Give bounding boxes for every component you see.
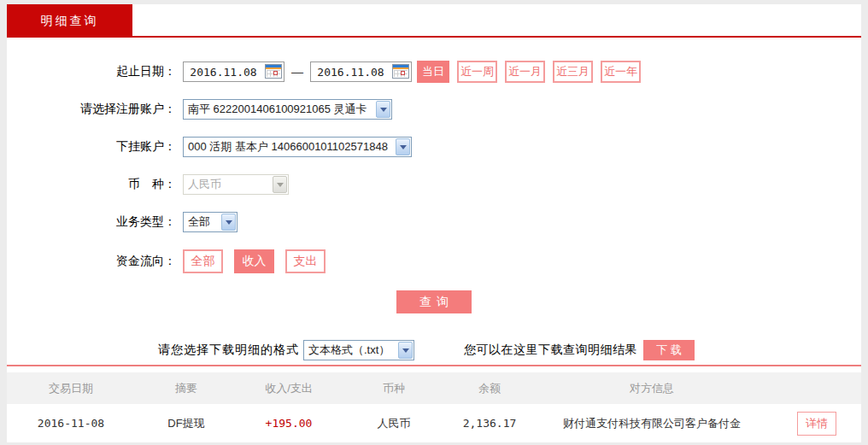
date-separator: — — [291, 65, 303, 79]
currency-value: 人民币 — [188, 177, 221, 192]
register-account-value: 南平 6222001406100921065 灵通卡 — [188, 102, 367, 117]
download-format-select[interactable]: 文本格式（.txt） — [303, 340, 414, 360]
header-summary: 摘要 — [135, 381, 238, 396]
quick-range-month-button[interactable]: 近一月 — [505, 61, 545, 83]
detail-button[interactable]: 详情 — [797, 412, 836, 436]
business-type-row: 业务类型： 全部 — [7, 212, 861, 232]
business-type-value: 全部 — [188, 214, 210, 230]
chevron-down-icon — [221, 214, 236, 231]
chevron-down-icon — [398, 342, 413, 359]
business-type-select[interactable]: 全部 — [183, 212, 238, 232]
chevron-down-icon — [273, 176, 287, 193]
currency-select: 人民币 — [183, 174, 289, 195]
table-row: 2016-11-08 DF提现 +195.00 人民币 2,136.17 财付通… — [7, 404, 861, 442]
chevron-down-icon — [396, 138, 410, 155]
cell-currency: 人民币 — [340, 416, 448, 431]
sub-account-value: 000 活期 基本户 1406600101102571848 — [188, 139, 388, 155]
download-format-value: 文本格式（.txt） — [308, 343, 390, 358]
cell-date: 2016-11-08 — [7, 417, 135, 430]
currency-row: 币 种： 人民币 — [7, 174, 861, 195]
date-range-row: 起止日期： — 当日 近一周 近一月 近三月 近一年 — [7, 61, 861, 82]
business-type-label: 业务类型： — [7, 214, 183, 230]
cell-actions: 详情 — [772, 412, 861, 436]
date-range-label: 起止日期： — [7, 64, 183, 79]
currency-label: 币 种： — [7, 177, 183, 192]
calendar-icon[interactable] — [265, 64, 282, 79]
tab-detail-query[interactable]: 明细查询 — [7, 4, 132, 38]
register-account-label: 请选择注册账户： — [7, 102, 183, 117]
cell-summary: DF提现 — [135, 416, 238, 431]
quick-range-year-button[interactable]: 近一年 — [601, 61, 641, 83]
tab-bar: 明细查询 — [7, 4, 861, 38]
register-account-row: 请选择注册账户： 南平 6222001406100921065 灵通卡 — [7, 99, 861, 120]
table-header: 交易日期 摘要 收入/支出 币种 余额 对方信息 — [7, 372, 861, 404]
quick-range-quarter-button[interactable]: 近三月 — [553, 61, 593, 83]
cell-balance: 2,136.17 — [448, 417, 531, 430]
header-balance: 余额 — [448, 381, 531, 396]
sub-account-select[interactable]: 000 活期 基本户 1406600101102571848 — [183, 137, 412, 157]
fund-flow-label: 资金流向： — [7, 254, 183, 269]
start-date-field — [183, 61, 284, 82]
header-date: 交易日期 — [7, 381, 135, 396]
download-hint: 您可以在这里下载查询明细结果 — [464, 343, 637, 358]
quick-range-week-button[interactable]: 近一周 — [457, 61, 497, 83]
quick-range-today-button[interactable]: 当日 — [417, 61, 449, 83]
sub-account-label: 下挂账户： — [7, 139, 183, 155]
chevron-down-icon — [376, 101, 390, 118]
download-row: 请您选择下载明细的格式 文本格式（.txt） 您可以在这里下载查询明细结果 下载 — [7, 340, 861, 360]
fund-flow-all-button[interactable]: 全部 — [183, 249, 223, 273]
header-currency: 币种 — [340, 381, 448, 396]
sub-account-row: 下挂账户： 000 活期 基本户 1406600101102571848 — [7, 137, 861, 157]
calendar-icon[interactable] — [392, 64, 409, 79]
cell-amount: +195.00 — [238, 417, 340, 430]
query-button[interactable]: 查询 — [396, 290, 472, 313]
main-panel: 明细查询 起止日期： — 当日 近一周 近一月 — [7, 4, 861, 442]
fund-flow-expense-button[interactable]: 支出 — [285, 249, 326, 273]
fund-flow-income-button[interactable]: 收入 — [234, 249, 274, 273]
end-date-field — [310, 61, 412, 82]
register-account-select[interactable]: 南平 6222001406100921065 灵通卡 — [183, 99, 392, 120]
cell-counterparty: 财付通支付科技有限公司客户备付金 — [531, 416, 772, 431]
download-button[interactable]: 下载 — [643, 340, 695, 360]
header-counterparty: 对方信息 — [531, 381, 772, 396]
query-form: 起止日期： — 当日 近一周 近一月 近三月 近一年 — [7, 38, 861, 365]
header-amount: 收入/支出 — [238, 381, 340, 396]
download-format-label: 请您选择下载明细的格式 — [158, 343, 299, 358]
fund-flow-row: 资金流向： 全部 收入 支出 — [7, 249, 861, 273]
